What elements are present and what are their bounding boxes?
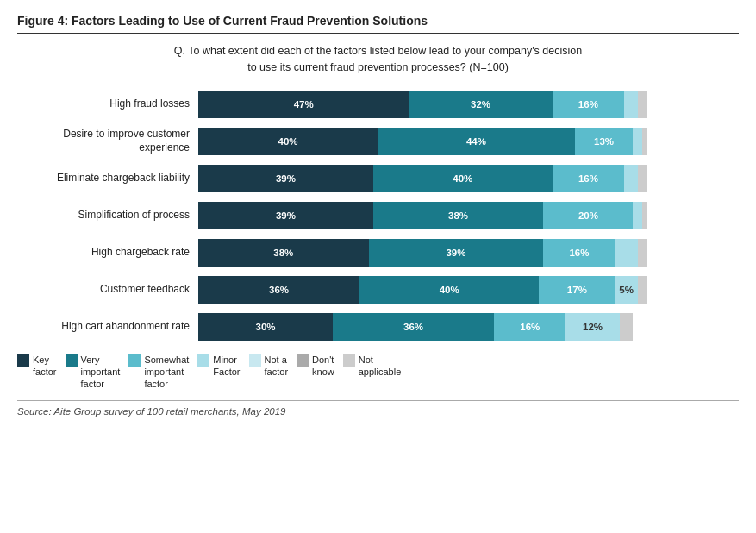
bar-segment-very: 32% — [409, 91, 552, 118]
bar-segment-somewhat: 16% — [543, 239, 615, 266]
legend-color-minor — [197, 354, 209, 367]
legend-label-not-applicable: Notapplicable — [359, 354, 402, 379]
bar-row: Customer feedback36%40%17%5% — [17, 273, 739, 306]
legend-color-dont-know — [297, 354, 309, 367]
bar-row: Simplification of process39%38%20% — [17, 199, 739, 232]
bar-segment-very: 40% — [373, 165, 553, 192]
bar-segment-somewhat: 16% — [494, 313, 565, 341]
question-text: Q. To what extent did each of the factor… — [17, 43, 739, 76]
legend-item-minor: MinorFactor — [197, 354, 240, 379]
bar-segment-somewhat: 17% — [539, 276, 615, 304]
legend-color-not-factor — [249, 354, 261, 367]
bar-segment-very: 36% — [333, 313, 494, 341]
bar-row: High cart abandonment rate30%36%16%12% — [17, 310, 739, 343]
bar-segment-not-applicable — [620, 313, 634, 341]
bar-segment-minor — [615, 239, 638, 266]
bar-segment-minor — [633, 202, 641, 229]
bar-row: Eliminate chargeback liability39%40%16% — [17, 162, 739, 195]
legend-item-not-applicable: Notapplicable — [343, 354, 402, 379]
bar-segment-somewhat: 13% — [575, 128, 634, 155]
bar-label: High chargeback rate — [17, 246, 198, 260]
bar-segment-minor: 5% — [615, 276, 638, 304]
bar-row: Desire to improve customer experience40%… — [17, 125, 739, 158]
bar-label: Simplification of process — [17, 209, 198, 223]
bar-segment-not-applicable — [638, 165, 647, 192]
bar-container: 40%44%13% — [198, 128, 739, 155]
bar-segment-very: 44% — [378, 128, 575, 155]
bar-container: 39%40%16% — [198, 165, 739, 192]
bar-segment-key: 39% — [198, 165, 373, 192]
legend: KeyfactorVeryimportantfactorSomewhatimpo… — [17, 354, 739, 391]
bar-row: High fraud losses47%32%16% — [17, 88, 739, 121]
legend-label-not-factor: Not afactor — [265, 354, 289, 379]
bar-segment-not-applicable — [638, 239, 647, 266]
legend-color-somewhat — [128, 354, 141, 367]
bar-segment-minor: 12% — [565, 313, 619, 341]
bar-label: Desire to improve customer experience — [17, 128, 198, 154]
bar-container: 38%39%16% — [198, 239, 739, 266]
bar-segment-key: 38% — [198, 239, 369, 266]
legend-label-dont-know: Don'tknow — [312, 354, 334, 379]
bar-container: 39%38%20% — [198, 202, 739, 229]
bar-segment-key: 36% — [198, 276, 359, 304]
bar-label: Eliminate chargeback liability — [17, 172, 198, 185]
bar-label: High cart abandonment rate — [17, 320, 198, 334]
bar-label: High fraud losses — [17, 97, 198, 111]
source-text: Source: Aite Group survey of 100 retail … — [17, 400, 739, 417]
bar-segment-minor — [624, 91, 638, 118]
bar-segment-not-applicable — [642, 128, 647, 155]
legend-label-key: Keyfactor — [33, 354, 57, 379]
bar-segment-very: 38% — [373, 202, 544, 229]
bar-segment-minor — [624, 165, 638, 192]
bar-segment-key: 30% — [198, 313, 333, 341]
bar-segment-not-applicable — [638, 276, 647, 304]
legend-item-somewhat: Somewhatimportantfactor — [128, 354, 189, 391]
bar-segment-somewhat: 16% — [553, 91, 624, 118]
legend-color-not-applicable — [343, 354, 355, 367]
bar-segment-not-applicable — [642, 202, 647, 229]
bar-segment-key: 39% — [198, 202, 373, 229]
bar-segment-key: 47% — [198, 91, 409, 118]
figure-title: Figure 4: Factors Leading to Use of Curr… — [17, 14, 739, 34]
bar-segment-not-applicable — [638, 91, 647, 118]
bar-container: 30%36%16%12% — [198, 313, 739, 341]
bar-segment-key: 40% — [198, 128, 378, 155]
bar-container: 36%40%17%5% — [198, 276, 739, 304]
bar-label: Customer feedback — [17, 283, 198, 297]
legend-color-key — [17, 354, 29, 367]
bar-segment-very: 39% — [369, 239, 544, 266]
legend-label-minor: MinorFactor — [213, 354, 240, 379]
legend-item-not-factor: Not afactor — [249, 354, 289, 379]
bar-segment-somewhat: 20% — [543, 202, 633, 229]
legend-label-somewhat: Somewhatimportantfactor — [144, 354, 189, 391]
chart-area: High fraud losses47%32%16%Desire to impr… — [17, 88, 739, 343]
legend-label-very: Veryimportantfactor — [81, 354, 121, 391]
legend-item-dont-know: Don'tknow — [297, 354, 334, 379]
legend-color-very — [66, 354, 78, 367]
bar-row: High chargeback rate38%39%16% — [17, 236, 739, 269]
bar-segment-somewhat: 16% — [553, 165, 624, 192]
legend-item-very: Veryimportantfactor — [66, 354, 121, 391]
legend-item-key: Keyfactor — [17, 354, 57, 379]
bar-container: 47%32%16% — [198, 91, 739, 118]
bar-segment-very: 40% — [359, 276, 539, 304]
bar-segment-minor — [633, 128, 641, 155]
